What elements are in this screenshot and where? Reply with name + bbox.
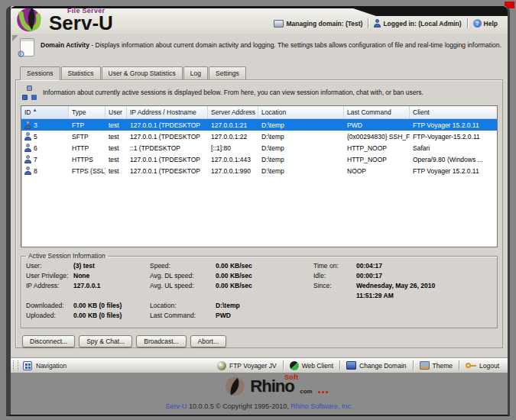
servu-version-link[interactable]: Serv-U	[166, 402, 187, 410]
toolbar-item-theme[interactable]: Theme	[414, 358, 459, 373]
domain-activity-icon	[20, 38, 34, 57]
help-item[interactable]: ? Help	[468, 19, 503, 27]
help-icon: ?	[473, 19, 482, 27]
table-row[interactable]: 8FTPS (SSL)test127.0.0.1 (TPDESKTOP127.0…	[21, 165, 497, 176]
rhinosoft-com-label: com	[300, 388, 312, 395]
cell-last-command: NOOP	[344, 167, 410, 175]
column-label: ID	[24, 108, 31, 116]
page-title: Domain Activity	[41, 41, 89, 49]
toolbar-item-logout[interactable]: Logout	[459, 358, 505, 373]
column-header-user[interactable]: User	[105, 106, 127, 118]
session-info-value	[216, 291, 313, 301]
session-info-label: User:	[26, 261, 73, 271]
cell-user: test	[105, 144, 127, 152]
session-info-value: 127.0.0.1	[73, 281, 150, 291]
spy-chat-button[interactable]: Spy & Chat...	[79, 335, 132, 347]
column-header-ip-address-hostname[interactable]: IP Address / Hostname	[127, 106, 208, 118]
session-info-value: 0.00 KB/sec	[216, 281, 313, 291]
tab-settings[interactable]: Settings	[209, 66, 246, 79]
rhinosoft-soft-label: Soft	[284, 373, 299, 381]
cell-type: HTTPS	[69, 156, 105, 163]
managing-domain-item[interactable]: Managing domain: (Test)	[268, 20, 368, 27]
cell-user: test	[105, 133, 127, 141]
cell-id: 3	[21, 121, 69, 129]
cell-server-address: 127.0.0.1:443	[208, 156, 258, 163]
session-info-value: None	[73, 271, 150, 281]
cell-type: FTP	[69, 121, 105, 129]
footer: Rhino Soft com Serv-U 10.0.0.5 © Copyrig…	[11, 373, 508, 415]
session-info-value: Wednesday, May 26, 2010	[356, 281, 492, 291]
sort-asc-icon: ▲	[33, 108, 37, 112]
toolbar-item-change-domain[interactable]: Change Domain	[340, 358, 412, 373]
table-row[interactable]: 6HTTPtest::1 (TPDESKTOP[::1]:80D:\tempHT…	[21, 142, 497, 153]
page: File Server Serv-U Managing domain: (Tes…	[0, 0, 516, 420]
cell-user: test	[105, 156, 127, 163]
session-info-value: 0.00 KB (0 files)	[73, 301, 150, 311]
rhino-software-link[interactable]: Rhino Software, Inc.	[290, 402, 352, 410]
column-header-location[interactable]: Location	[258, 106, 344, 118]
tab-user-group-statistics[interactable]: User & Group Statistics	[102, 66, 183, 79]
user-session-icon	[24, 132, 31, 141]
column-header-server-address[interactable]: Server Address	[208, 106, 258, 118]
column-label: Type	[72, 108, 86, 116]
sessions-info-text: Information about currently active sessi…	[43, 86, 424, 96]
cell-client: Safari	[410, 144, 497, 152]
cell-user: test	[105, 167, 127, 175]
session-info-label: User Privilege:	[26, 271, 73, 281]
tab-sessions[interactable]: Sessions	[20, 66, 60, 80]
session-info-value	[73, 291, 150, 301]
table-header-row: ID▲TypeUserIP Address / HostnameServer A…	[21, 106, 497, 119]
column-header-last-command[interactable]: Last Command	[344, 106, 410, 118]
logged-in-item[interactable]: Logged in: (Local Admin)	[368, 19, 466, 27]
header-status-bar: Managing domain: (Test) Logged in: (Loca…	[268, 18, 503, 28]
column-header-id[interactable]: ID▲	[21, 106, 69, 118]
active-session-info-legend: Active Session Information	[26, 252, 108, 260]
column-label: User	[109, 108, 122, 116]
cell-ip-address-hostname: 127.0.0.1 (TPDESKTOP	[127, 133, 208, 141]
toolbar-items: FTP Voyager JVWeb ClientChange DomainThe…	[211, 358, 508, 373]
toolbar-item-ftp-voyager-jv[interactable]: FTP Voyager JV	[211, 358, 283, 373]
cell-client: FTP-Voyager-15.2.0.11	[410, 133, 497, 141]
logged-in-label: Logged in: (Local Admin)	[383, 20, 461, 27]
cell-client: FTP Voyager 15.2.0.11	[410, 121, 497, 129]
table-row[interactable]: 7HTTPStest127.0.0.1 (TPDESKTOP127.0.0.1:…	[21, 153, 497, 165]
cell-ip-address-hostname: ::1 (TPDESKTOP	[127, 144, 208, 152]
session-info-value: D:\temp	[216, 301, 313, 311]
cell-last-command: PWD	[344, 121, 410, 129]
rhinosoft-dots-icon	[318, 391, 320, 393]
servu-logo: File Server Serv-U	[15, 7, 113, 33]
disconnect-button[interactable]: Disconnect...	[22, 335, 75, 347]
session-info-value	[356, 311, 492, 321]
corner-grip-icon	[12, 35, 18, 41]
cell-type: HTTP	[69, 144, 105, 152]
app-window: File Server Serv-U Managing domain: (Tes…	[6, 6, 510, 416]
broadcast-button[interactable]: Broadcast...	[136, 335, 186, 347]
session-info-value: 0.00 KB/sec	[216, 261, 313, 271]
cell-id: 6	[21, 144, 69, 152]
user-session-icon	[24, 166, 31, 175]
toolbar-item-web-client[interactable]: Web Client	[284, 358, 339, 373]
tab-statistics[interactable]: Statistics	[61, 66, 101, 79]
column-header-type[interactable]: Type	[69, 106, 105, 118]
cell-id: 7	[21, 155, 69, 163]
toolbar-grip-handle[interactable]	[13, 360, 18, 370]
brand-title: Serv-U	[49, 14, 113, 33]
cell-ip-address-hostname: 127.0.0.1 (TPDESKTOP	[127, 121, 208, 129]
abort-button[interactable]: Abort...	[190, 335, 226, 347]
table-row[interactable]: 3FTPtest127.0.0.1 (TPDESKTOP127.0.0.1:21…	[21, 119, 497, 131]
session-info-value: (3) test	[73, 261, 150, 271]
sessions-panel: Information about currently active sessi…	[15, 79, 503, 348]
page-description: Domain Activity - Displays information a…	[11, 34, 508, 57]
web-client-icon	[290, 361, 299, 370]
active-session-info-fieldset: Active Session Information User:(3) test…	[21, 252, 498, 328]
session-info-label	[26, 291, 73, 301]
cell-id: 8	[21, 166, 69, 175]
tab-log[interactable]: Log	[183, 66, 208, 79]
cell-location: D:\temp	[258, 156, 344, 163]
session-info-label: Last Command:	[150, 311, 216, 321]
column-label: Last Command	[347, 108, 391, 116]
cell-server-address: 127.0.0.1:21	[208, 121, 258, 129]
user-session-icon	[24, 155, 31, 163]
column-header-client[interactable]: Client	[410, 106, 497, 118]
table-row[interactable]: 5SFTPtest127.0.0.1 (TPDESKTOP127.0.0.1:2…	[21, 131, 497, 142]
